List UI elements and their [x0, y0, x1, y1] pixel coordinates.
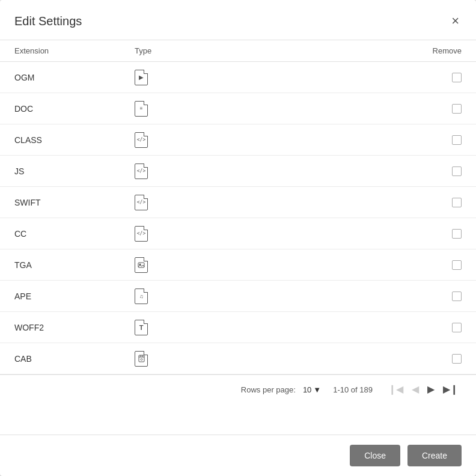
first-page-button[interactable]: ❙◀ — [385, 382, 407, 397]
remove-checkbox[interactable] — [452, 291, 462, 301]
table-row: OGM ▶ — [0, 62, 476, 93]
remove-checkbox[interactable] — [452, 104, 462, 114]
type-cell: ♫ — [135, 288, 401, 304]
extension-cell: APE — [14, 291, 135, 301]
last-page-button[interactable]: ▶❙ — [439, 382, 462, 397]
extension-cell: SWIFT — [14, 198, 135, 207]
remove-checkbox[interactable] — [452, 260, 462, 270]
type-icon-code: </> — [135, 226, 148, 242]
header-remove: Remove — [401, 46, 462, 55]
close-button[interactable]: Close — [350, 445, 400, 466]
type-icon-code: </> — [135, 163, 148, 179]
close-x-button[interactable]: × — [449, 12, 462, 30]
remove-checkbox[interactable] — [452, 73, 462, 82]
table-row: CLASS </> — [0, 124, 476, 156]
rows-per-page-select[interactable]: 10 ▼ — [303, 385, 321, 394]
table-row: DOC ≡ — [0, 93, 476, 124]
remove-cell — [401, 229, 462, 239]
type-cell: </> — [135, 195, 401, 210]
remove-checkbox[interactable] — [452, 354, 462, 364]
type-icon-audio: ♫ — [135, 288, 148, 304]
type-cell: </> — [135, 226, 401, 242]
type-cell: ≡ — [135, 101, 401, 117]
archive-icon — [138, 355, 145, 362]
type-icon-video: ▶ — [135, 70, 148, 85]
edit-settings-dialog: Edit Settings × Extension Type Remove OG… — [0, 0, 476, 476]
pagination-controls: ❙◀ ◀ ▶ ▶❙ — [385, 382, 462, 397]
dialog-header: Edit Settings × — [0, 0, 476, 40]
remove-cell — [401, 135, 462, 145]
type-cell — [135, 351, 401, 367]
dialog-content: Extension Type Remove OGM ▶ — [0, 40, 476, 435]
table-row: CC </> — [0, 218, 476, 249]
type-icon-document: ≡ — [135, 101, 148, 117]
remove-checkbox[interactable] — [452, 323, 462, 332]
image-icon — [138, 262, 145, 268]
video-symbol: ▶ — [139, 74, 144, 81]
remove-cell — [401, 260, 462, 270]
rows-per-page-label: Rows per page: — [241, 385, 296, 394]
header-type: Type — [135, 46, 401, 55]
type-cell — [135, 257, 401, 273]
font-symbol: T — [139, 324, 144, 331]
extension-cell: CAB — [14, 354, 135, 364]
settings-table: Extension Type Remove OGM ▶ — [0, 40, 476, 404]
remove-checkbox[interactable] — [452, 198, 462, 207]
table-row: CAB — [0, 343, 476, 374]
audio-symbol: ♫ — [139, 293, 144, 299]
type-cell: </> — [135, 163, 401, 179]
svg-point-6 — [141, 359, 142, 361]
table-header-row: Extension Type Remove — [0, 40, 476, 62]
type-cell: T — [135, 320, 401, 335]
remove-cell — [401, 166, 462, 176]
dropdown-arrow-icon: ▼ — [313, 385, 321, 394]
code-symbol: </> — [137, 168, 145, 174]
table-row: JS </> — [0, 156, 476, 187]
remove-checkbox[interactable] — [452, 135, 462, 145]
type-cell: </> — [135, 132, 401, 148]
extension-cell: CLASS — [14, 135, 135, 145]
prev-page-button[interactable]: ◀ — [408, 382, 423, 397]
pagination-row: Rows per page: 10 ▼ 1-10 of 189 ❙◀ ◀ ▶ ▶… — [0, 374, 476, 404]
create-button[interactable]: Create — [407, 445, 462, 466]
remove-cell — [401, 291, 462, 301]
extension-cell: JS — [14, 166, 135, 176]
doc-symbol: ≡ — [140, 106, 143, 111]
table-row: APE ♫ — [0, 281, 476, 312]
type-icon-archive — [135, 351, 148, 367]
type-cell: ▶ — [135, 70, 401, 85]
remove-cell — [401, 104, 462, 114]
code-symbol: </> — [137, 137, 145, 142]
code-symbol: </> — [137, 200, 145, 205]
extension-cell: OGM — [14, 73, 135, 82]
code-symbol: </> — [137, 231, 145, 236]
table-row: WOFF2 T — [0, 312, 476, 343]
remove-cell — [401, 198, 462, 207]
dialog-title: Edit Settings — [14, 14, 82, 28]
type-icon-image — [135, 257, 148, 273]
extension-cell: WOFF2 — [14, 323, 135, 332]
remove-cell — [401, 73, 462, 82]
type-icon-font: T — [135, 320, 148, 335]
remove-cell — [401, 323, 462, 332]
extension-cell: TGA — [14, 260, 135, 270]
remove-checkbox[interactable] — [452, 229, 462, 239]
extension-cell: DOC — [14, 104, 135, 114]
remove-cell — [401, 354, 462, 364]
header-extension: Extension — [14, 46, 135, 55]
extension-cell: CC — [14, 229, 135, 239]
type-icon-code: </> — [135, 132, 148, 148]
dialog-footer: Close Create — [0, 435, 476, 476]
type-icon-code: </> — [135, 195, 148, 210]
next-page-button[interactable]: ▶ — [424, 382, 438, 397]
table-row: SWIFT </> — [0, 187, 476, 218]
page-info: 1-10 of 189 — [333, 385, 373, 394]
remove-checkbox[interactable] — [452, 166, 462, 176]
table-row: TGA — [0, 249, 476, 281]
